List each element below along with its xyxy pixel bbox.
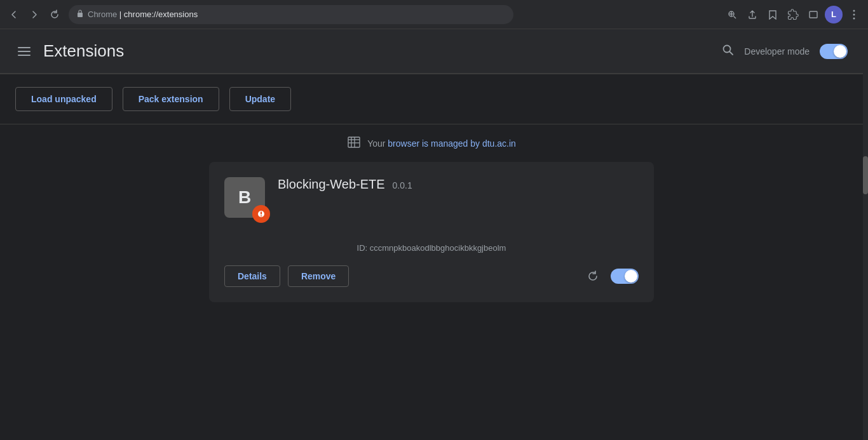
header-right: Developer mode [721,43,848,59]
ext-info: Blocking-Web-ETE 0.0.1 [278,177,639,192]
reload-extension-button[interactable] [583,266,603,286]
menu-button[interactable] [845,6,863,23]
svg-rect-5 [810,11,817,18]
remove-button[interactable]: Remove [288,265,349,287]
page-scrollbar [863,29,868,440]
svg-point-6 [853,10,855,11]
extensions-list: B Blocking-Web-ETE 0.0.1 ID: cccmnpkboak… [0,162,863,317]
address-text: Chrome | chrome://extensions [88,10,198,19]
forward-button[interactable] [25,6,43,23]
ext-header: B Blocking-Web-ETE 0.0.1 [224,177,639,218]
chrome-label: Chrome [88,10,117,19]
developer-mode-label: Developer mode [744,46,810,57]
developer-mode-toggle[interactable] [820,44,848,59]
svg-rect-0 [78,13,83,17]
url-path: chrome://extensions [124,10,198,19]
svg-rect-18 [261,215,262,217]
share-button[interactable] [743,6,761,23]
window-button[interactable] [804,6,822,23]
header-left: Extensions [15,41,124,61]
details-button[interactable]: Details [224,265,280,287]
ext-id: ID: cccmnpkboakodlbbghocikbkkgjbeolm [224,243,639,253]
svg-line-10 [730,52,733,55]
ext-name-row: Blocking-Web-ETE 0.0.1 [278,177,639,192]
ext-name: Blocking-Web-ETE [278,177,385,192]
browser-actions: L [723,6,863,23]
toggle-knob [834,45,846,58]
profile-button[interactable]: L [825,6,843,23]
extensions-icon[interactable] [784,6,802,23]
page-header: Extensions Developer mode [0,29,863,74]
hamburger-line-2 [18,51,31,52]
address-bar[interactable]: Chrome | chrome://extensions [69,5,513,24]
ext-icon-wrapper: B [224,177,265,218]
building-icon [347,135,361,152]
lock-icon [76,9,84,20]
back-button[interactable] [5,6,23,23]
hamburger-line-3 [18,55,31,56]
svg-line-2 [734,16,736,18]
managed-text: Your browser is managed by dtu.ac.in [367,138,516,149]
reload-button[interactable] [46,6,64,23]
scrollbar-thumb[interactable] [863,156,868,194]
managed-notice: Your browser is managed by dtu.ac.in [0,124,863,162]
zoom-button[interactable] [723,6,741,23]
hamburger-line-1 [18,47,31,48]
ext-toggle-knob [625,270,637,283]
extension-card: B Blocking-Web-ETE 0.0.1 ID: cccmnpkboak… [209,162,654,302]
search-button[interactable] [721,43,734,59]
hamburger-menu-button[interactable] [15,44,33,58]
browser-bar: Chrome | chrome://extensions L [0,0,868,29]
svg-point-9 [724,46,731,53]
managed-link[interactable]: browser is managed by dtu.ac.in [388,138,516,149]
bookmark-button[interactable] [764,6,782,23]
ext-footer: Details Remove [224,265,639,287]
svg-rect-11 [348,137,360,147]
pack-extension-button[interactable]: Pack extension [123,87,219,111]
main-content: Extensions Developer mode Load unpacked [0,29,863,440]
svg-point-7 [853,13,855,15]
extension-enable-toggle[interactable] [611,269,639,284]
nav-buttons [5,6,64,23]
action-bar: Load unpacked Pack extension Update [0,74,863,124]
extensions-page: Extensions Developer mode Load unpacked [0,29,868,440]
ext-version: 0.0.1 [393,180,412,190]
load-unpacked-button[interactable]: Load unpacked [15,87,112,111]
update-button[interactable]: Update [229,87,291,111]
ext-badge [252,205,270,223]
svg-rect-17 [261,211,262,215]
svg-point-8 [853,17,855,19]
page-title: Extensions [43,41,124,61]
